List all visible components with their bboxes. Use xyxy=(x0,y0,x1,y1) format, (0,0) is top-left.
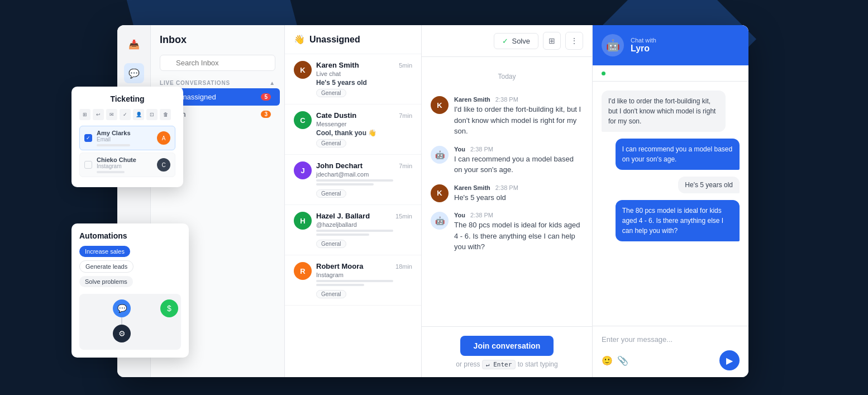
conv-time-karen: 5min xyxy=(399,62,412,69)
conv-body-karen: Karen Smith 5min Live chat He's 5 years … xyxy=(316,61,412,97)
conversation-item-john[interactable]: J John Dechart 7min jdechart@mail.com Ge… xyxy=(285,155,421,205)
sidebar-icon-conversations[interactable]: 💬 xyxy=(124,63,144,83)
ticket-avatar-chieko: C xyxy=(157,158,170,172)
conv-source-karen: Live chat xyxy=(316,70,412,77)
press-hint-text2: to start typing xyxy=(518,360,558,368)
ticket-sub-amy: Email xyxy=(97,136,131,142)
message-avatar-4: 🤖 xyxy=(431,212,449,230)
lyro-label: Chat with xyxy=(631,37,656,44)
ticket-tool-4[interactable]: ✓ xyxy=(120,109,131,120)
automations-tags: Increase sales Generate leads Solve prob… xyxy=(79,246,181,287)
conversation-item-cate[interactable]: C Cate Dustin 7min Messenger Cool, thank… xyxy=(285,104,421,155)
conv-name-robert: Robert Moora xyxy=(316,262,364,270)
avatar-karen: K xyxy=(294,61,312,79)
ticket-tool-3[interactable]: ✉ xyxy=(106,109,117,120)
lyro-name: Lyro xyxy=(631,44,656,54)
conv-body-hazel: Hazel J. Ballard 15min @hazeljballard Ge… xyxy=(316,212,412,248)
ticket-tool-5[interactable]: 👤 xyxy=(133,109,144,120)
ticketing-panel: Ticketing ⊞ ↩ ✉ ✓ 👤 ⊡ 🗑 ✓ Amy Clarks Ema… xyxy=(71,87,183,187)
inbox-header-title: Unassigned xyxy=(309,35,360,45)
ticket-tool-1[interactable]: ⊞ xyxy=(79,109,90,120)
emoji-icon[interactable]: 🙂 xyxy=(602,355,613,366)
conv-tag-john: General xyxy=(316,189,346,198)
conversation-item-robert[interactable]: R Robert Moora 18min Instagram General xyxy=(285,255,421,306)
lyro-input-row: 🙂 📎 ▶ xyxy=(602,350,740,370)
search-input[interactable] xyxy=(160,55,275,71)
panel-title: Inbox xyxy=(160,34,187,46)
message-content-3: Karen Smith 2:38 PM He's 5 years old xyxy=(454,184,583,203)
lyro-header: 🤖 Chat with Lyro xyxy=(593,25,748,65)
automations-panel: Automations Increase sales Generate lead… xyxy=(71,223,189,358)
conversation-item-karen[interactable]: K Karen Smith 5min Live chat He's 5 year… xyxy=(285,54,421,104)
lyro-send-button[interactable]: ▶ xyxy=(719,350,740,370)
search-bar-wrapper: 🔍 xyxy=(151,50,284,75)
ticket-checkbox-chieko[interactable] xyxy=(84,161,92,169)
msg-time-4: 2:38 PM xyxy=(470,212,493,218)
ticket-toolbar: ⊞ ↩ ✉ ✓ 👤 ⊡ 🗑 xyxy=(79,109,175,120)
conv-source-hazel: @hazeljballard xyxy=(316,221,412,228)
inbox-header: 👋 Unassigned xyxy=(285,25,421,54)
conv-source-cate: Messenger xyxy=(316,121,412,127)
search-wrapper: 🔍 xyxy=(160,55,275,71)
inbox-list-panel: 👋 Unassigned K Karen Smith 5min Live cha… xyxy=(285,25,422,377)
sidebar-icon-inbox[interactable]: 📥 xyxy=(124,34,144,54)
conv-preview-karen: He's 5 years old xyxy=(316,79,412,87)
conv-line2-john xyxy=(316,183,374,185)
message-meta-3: Karen Smith 2:38 PM xyxy=(454,184,583,191)
ticket-name-amy: Amy Clarks xyxy=(97,130,131,136)
tag-generate-leads[interactable]: Generate leads xyxy=(79,260,133,273)
ticket-tool-6[interactable]: ⊡ xyxy=(146,109,158,120)
message-content-2: You 2:38 PM I can recommend you a model … xyxy=(454,146,583,175)
conv-line-hazel xyxy=(316,230,393,232)
msg-text-2: I can recommend you a model based on you… xyxy=(454,154,583,175)
msg-sender-3: Karen Smith xyxy=(454,184,490,191)
msg-time-3: 2:38 PM xyxy=(495,184,518,191)
join-conversation-button[interactable]: Join conversation xyxy=(460,336,554,356)
ticket-avatar-amy: A xyxy=(157,131,170,145)
panel-header: Inbox xyxy=(151,25,284,50)
solve-button[interactable]: ✓ Solve xyxy=(494,33,538,49)
section-chevron[interactable]: ▲ xyxy=(269,80,275,86)
message-content-1: Karen Smith 2:38 PM I'd like to order th… xyxy=(454,96,583,137)
tag-increase-sales[interactable]: Increase sales xyxy=(79,246,130,257)
conv-body-cate: Cate Dustin 7min Messenger Cool, thank y… xyxy=(316,111,412,147)
message-row-3: K Karen Smith 2:38 PM He's 5 years old xyxy=(431,184,583,203)
conv-line-john xyxy=(316,179,393,182)
automations-title: Automations xyxy=(79,231,181,240)
more-icon-btn[interactable]: ⋮ xyxy=(565,32,583,50)
inbox-list-content: K Karen Smith 5min Live chat He's 5 year… xyxy=(285,54,421,377)
avatar-john: J xyxy=(294,161,312,179)
conversation-item-hazel[interactable]: H Hazel J. Ballard 15min @hazeljballard … xyxy=(285,205,421,255)
solve-label: Solve xyxy=(512,37,530,45)
conv-preview-cate: Cool, thank you 👋 xyxy=(316,129,412,137)
ticket-tool-2[interactable]: ↩ xyxy=(93,109,104,120)
conv-name-hazel: Hazel J. Ballard xyxy=(316,212,370,220)
ticket-tool-7[interactable]: 🗑 xyxy=(160,109,171,120)
conv-name-cate: Cate Dustin xyxy=(316,111,356,120)
ticket-row-chieko[interactable]: Chieko Chute Instagram C xyxy=(79,153,175,177)
ticket-checkbox-amy[interactable]: ✓ xyxy=(84,134,92,142)
press-hint-text: or press xyxy=(456,360,480,368)
chat-footer: Join conversation or press ↵ Enter to st… xyxy=(422,326,592,377)
attach-icon[interactable]: 📎 xyxy=(617,355,628,366)
lyro-status: AI Support Agent xyxy=(593,65,748,82)
ticket-line-chieko xyxy=(97,171,125,173)
ticket-name-chieko: Chieko Chute xyxy=(97,156,136,163)
message-meta-4: You 2:38 PM xyxy=(454,212,583,218)
grid-icon-btn[interactable]: ⊞ xyxy=(543,32,561,50)
msg-text-1: I'd like to order the fort-building kit,… xyxy=(454,104,583,137)
msg-sender-4: You xyxy=(454,212,465,218)
chat-messages: Today K Karen Smith 2:38 PM I'd like to … xyxy=(422,57,592,326)
conv-time-hazel: 15min xyxy=(395,213,412,220)
conv-source-john: jdechart@mail.com xyxy=(316,171,412,178)
conv-tag-karen: General xyxy=(316,89,346,97)
lyro-msg-2: I can recommend you a model based on you… xyxy=(616,139,740,170)
lyro-msg-1: I'd like to order the fort-building kit,… xyxy=(602,91,726,132)
ticket-row-amy[interactable]: ✓ Amy Clarks Email A xyxy=(79,126,175,150)
check-icon: ✓ xyxy=(502,37,508,45)
msg-text-4: The 80 pcs model is ideal for kids aged … xyxy=(454,220,583,253)
tag-solve-problems[interactable]: Solve problems xyxy=(79,276,133,287)
chat-panel: ✓ Solve ⊞ ⋮ Today K Karen Smith 2:38 PM … xyxy=(422,25,592,377)
conv-source-robert: Instagram xyxy=(316,272,412,278)
conv-name-john: John Dechart xyxy=(316,161,363,170)
